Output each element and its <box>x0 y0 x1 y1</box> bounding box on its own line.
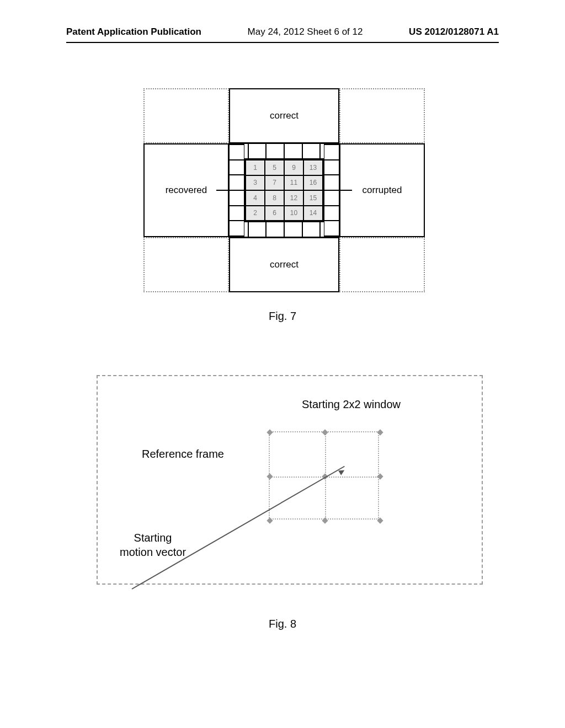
grid-cell: 1 <box>246 160 265 175</box>
block-label: correct <box>270 110 299 121</box>
block-label: correct <box>270 259 299 270</box>
label-starting-window: Starting 2x2 window <box>302 398 401 411</box>
grid-cell: 4 <box>246 190 265 206</box>
figure-8: Starting 2x2 window Reference frame Star… <box>97 375 483 585</box>
grid-cell: 9 <box>284 160 303 175</box>
grid-cell: 11 <box>284 175 303 191</box>
leader-line <box>339 190 352 191</box>
grid-cell: 13 <box>303 160 323 175</box>
grid-cell: 14 <box>303 206 323 221</box>
block-correct-top: correct <box>229 88 339 143</box>
block-label: recovered <box>166 185 207 196</box>
figure-7: correct correct recovered corrupted 1 5 … <box>143 88 425 292</box>
grid-cell: 16 <box>303 175 323 191</box>
outer-pixel-col <box>324 143 339 237</box>
outer-pixel-row <box>229 222 339 237</box>
grid-cell: 8 <box>265 190 284 206</box>
grid-cell: 5 <box>265 160 284 175</box>
corner-box <box>339 88 425 143</box>
grid-cell: 15 <box>303 190 323 206</box>
grid-cell: 2 <box>246 206 265 221</box>
block-correct-bottom: correct <box>229 237 339 292</box>
outer-pixel-col <box>229 143 244 237</box>
corner-box <box>143 237 229 292</box>
corner-box <box>339 237 425 292</box>
center-grid: 1 5 9 13 3 7 11 16 4 8 12 15 2 6 10 14 <box>244 159 324 222</box>
header-center: May 24, 2012 Sheet 6 of 12 <box>248 26 363 38</box>
grid-cell: 7 <box>265 175 284 191</box>
fig7-cross: correct correct recovered corrupted 1 5 … <box>143 88 425 292</box>
header-rule <box>66 42 499 43</box>
grid-cell: 3 <box>246 175 265 191</box>
grid-cell: 10 <box>284 206 303 221</box>
figure-7-caption: Fig. 7 <box>0 310 565 323</box>
label-line: Starting <box>134 532 172 544</box>
header-left: Patent Application Publication <box>66 26 201 38</box>
label-starting-motion-vector: Starting motion vector <box>120 531 186 559</box>
corner-box <box>143 88 229 143</box>
label-reference-frame: Reference frame <box>142 448 224 461</box>
outer-pixel-row <box>229 143 339 159</box>
motion-vector-arrow <box>132 466 345 590</box>
figure-8-caption: Fig. 8 <box>0 618 565 630</box>
page-header: Patent Application Publication May 24, 2… <box>0 26 565 38</box>
header-right: US 2012/0128071 A1 <box>409 26 499 38</box>
block-corrupted: corrupted <box>339 143 425 237</box>
starting-window-box <box>269 431 379 520</box>
block-label: corrupted <box>363 185 402 196</box>
label-line: motion vector <box>120 546 186 558</box>
leader-line <box>216 190 230 191</box>
grid-cell: 12 <box>284 190 303 206</box>
grid-cell: 6 <box>265 206 284 221</box>
